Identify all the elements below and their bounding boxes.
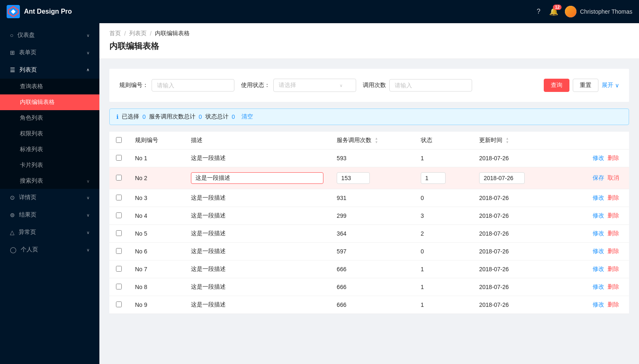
- delete-action[interactable]: 删除: [608, 248, 619, 254]
- rule-number-cell: No 8: [128, 278, 184, 296]
- table-row: No 4这是一段描述29932018-07-26修改删除: [109, 207, 629, 225]
- delete-action[interactable]: 删除: [608, 212, 619, 219]
- sidebar-label-forms: 表单页: [19, 49, 36, 56]
- row-checkbox[interactable]: [116, 230, 122, 236]
- result-icon: ⊚: [10, 212, 15, 218]
- update-time-cell: 2018-07-26: [473, 207, 563, 225]
- notification-bell[interactable]: 🔔 12: [549, 7, 558, 16]
- service-calls-cell: [330, 167, 414, 189]
- actions-cell: 修改删除: [563, 149, 629, 167]
- clear-link[interactable]: 清空: [241, 113, 253, 121]
- description-edit-input[interactable]: [191, 172, 323, 184]
- status-edit-input[interactable]: [421, 172, 446, 184]
- row-checkbox[interactable]: [116, 175, 122, 181]
- row-checkbox[interactable]: [116, 301, 122, 307]
- edit-action[interactable]: 修改: [593, 230, 604, 236]
- form-buttons: 查询 重置 展开 ∨: [544, 79, 619, 92]
- sidebar-item-detail[interactable]: ⊙ 详情页 ∨: [0, 189, 99, 206]
- select-all-checkbox[interactable]: [116, 137, 122, 143]
- form-row: 规则编号： 使用状态： 请选择 ∨ 调用次数: [119, 79, 619, 92]
- sidebar-label-profile: 个人页: [21, 246, 38, 253]
- row-checkbox[interactable]: [116, 155, 122, 161]
- delete-action[interactable]: 删除: [608, 301, 619, 308]
- status-cell: 0: [414, 243, 473, 260]
- row-checkbox[interactable]: [116, 266, 122, 272]
- service-calls-cell: 931: [330, 189, 414, 207]
- row-checkbox[interactable]: [116, 212, 122, 218]
- list-icon: ☰: [10, 67, 15, 73]
- page-title: 内联编辑表格: [109, 41, 629, 58]
- table-row: No 8这是一段描述66612018-07-26修改删除: [109, 278, 629, 296]
- forms-icon: ⊞: [10, 49, 15, 56]
- sidebar-item-search-list[interactable]: 搜索列表 ∨: [0, 173, 99, 189]
- layout: ○ 仪表盘 ∨ ⊞ 表单页 ∨ ☰ 列表页 ∨ 查询表格 内联编辑表格 角色列表…: [0, 23, 639, 364]
- rule-number-cell: No 3: [128, 189, 184, 207]
- logo-text: Ant Design Pro: [24, 8, 72, 15]
- call-count-field: 调用次数: [363, 79, 472, 92]
- delete-action[interactable]: 删除: [608, 194, 619, 201]
- query-button[interactable]: 查询: [544, 79, 569, 92]
- call-count-input[interactable]: [389, 79, 472, 92]
- description-cell: 这是一段描述: [184, 278, 330, 296]
- delete-action[interactable]: 删除: [608, 154, 619, 161]
- edit-action[interactable]: 修改: [593, 283, 604, 290]
- th-status: 状态: [414, 132, 473, 149]
- delete-action[interactable]: 删除: [608, 265, 619, 272]
- delete-action[interactable]: 删除: [608, 230, 619, 236]
- service-calls-edit-input[interactable]: [337, 172, 370, 184]
- sidebar-item-inline-edit-table[interactable]: 内联编辑表格: [0, 94, 99, 110]
- sidebar-item-list[interactable]: ☰ 列表页 ∨: [0, 61, 99, 79]
- breadcrumb-home[interactable]: 首页: [109, 30, 121, 37]
- profile-arrow: ∨: [87, 248, 89, 252]
- user-name: Christopher Thomas: [580, 8, 632, 15]
- row-checkbox[interactable]: [116, 195, 122, 200]
- sidebar-item-card-list[interactable]: 卡片列表: [0, 157, 99, 173]
- sidebar-item-dashboard[interactable]: ○ 仪表盘 ∨: [0, 27, 99, 44]
- edit-action[interactable]: 修改: [593, 194, 604, 201]
- status-field: 使用状态： 请选择 ∨: [241, 79, 356, 92]
- sidebar-item-profile[interactable]: ◯ 个人页 ∨: [0, 241, 99, 258]
- sidebar-item-query-table[interactable]: 查询表格: [0, 79, 99, 94]
- rule-number-cell: No 7: [128, 260, 184, 278]
- save-action[interactable]: 保存: [593, 174, 604, 181]
- delete-action[interactable]: 删除: [608, 283, 619, 290]
- user-info[interactable]: Christopher Thomas: [565, 6, 632, 17]
- expand-button[interactable]: 展开 ∨: [602, 79, 619, 92]
- description-cell: 这是一段描述: [184, 207, 330, 225]
- description-cell: [184, 167, 330, 189]
- th-update-time[interactable]: 更新时间 ▲▼: [473, 132, 563, 149]
- edit-action[interactable]: 修改: [593, 212, 604, 219]
- sidebar-item-role-list[interactable]: 角色列表: [0, 110, 99, 126]
- sidebar-item-permission-list[interactable]: 权限列表: [0, 126, 99, 142]
- sidebar-item-forms[interactable]: ⊞ 表单页 ∨: [0, 44, 99, 61]
- th-service-calls[interactable]: 服务调用次数 ▲▼: [330, 132, 414, 149]
- rule-number-input[interactable]: [152, 79, 234, 92]
- row-checkbox[interactable]: [116, 248, 122, 254]
- status-select[interactable]: 请选择 ∨: [273, 79, 356, 92]
- sidebar-item-standard-list[interactable]: 标准列表: [0, 142, 99, 157]
- table-body: No 1这是一段描述59312018-07-26修改删除No 2保存取消No 3…: [109, 149, 629, 314]
- service-calls-cell: 364: [330, 225, 414, 243]
- breadcrumb: 首页 / 列表页 / 内联编辑表格: [109, 30, 629, 37]
- row-checkbox[interactable]: [116, 284, 122, 289]
- sidebar: ○ 仪表盘 ∨ ⊞ 表单页 ∨ ☰ 列表页 ∨ 查询表格 内联编辑表格 角色列表…: [0, 23, 99, 364]
- rule-number-label: 规则编号：: [119, 82, 148, 89]
- reset-button[interactable]: 重置: [573, 79, 598, 92]
- table-container: 规则编号 描述 服务调用次数 ▲▼ 状态 更新时间: [109, 132, 629, 314]
- cancel-action[interactable]: 取消: [608, 174, 619, 181]
- edit-action[interactable]: 修改: [593, 248, 604, 254]
- edit-action[interactable]: 修改: [593, 265, 604, 272]
- breadcrumb-list[interactable]: 列表页: [129, 30, 147, 37]
- sidebar-item-exception[interactable]: △ 异常页 ∨: [0, 224, 99, 241]
- dashboard-icon: ○: [10, 32, 13, 39]
- update-time-cell: 2018-07-26: [473, 225, 563, 243]
- sidebar-label-list: 列表页: [19, 66, 37, 74]
- profile-icon: ◯: [10, 246, 17, 253]
- sidebar-item-result[interactable]: ⊚ 结果页 ∨: [0, 206, 99, 224]
- status-label: 状态总计: [205, 113, 229, 121]
- edit-action[interactable]: 修改: [593, 154, 604, 161]
- actions-cell: 修改删除: [563, 260, 629, 278]
- update-time-edit-input[interactable]: [479, 172, 525, 184]
- edit-action[interactable]: 修改: [593, 301, 604, 308]
- help-icon[interactable]: ?: [534, 7, 543, 16]
